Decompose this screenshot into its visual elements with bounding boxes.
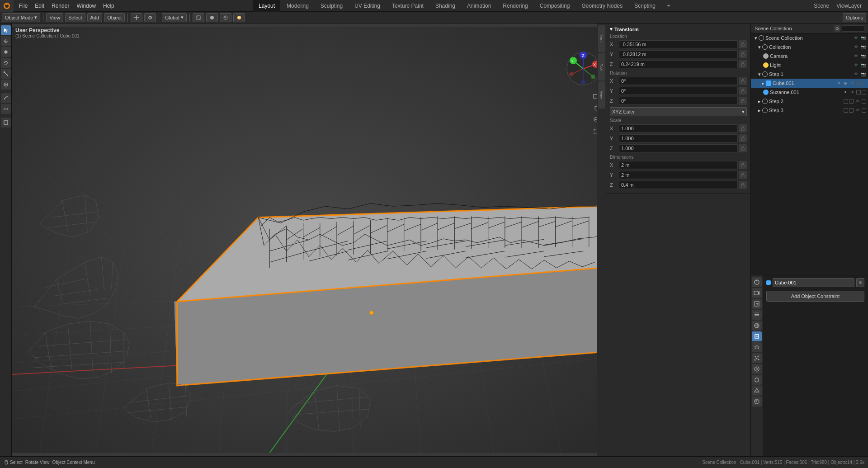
outliner-scene-collection[interactable]: ▾ Scene Collection 👁 📷 — [751, 33, 868, 43]
dim-y-lock[interactable] — [739, 171, 747, 179]
render-toggle[interactable]: 📷 — [860, 53, 866, 59]
material-props-btn[interactable] — [752, 397, 762, 407]
location-x-lock[interactable] — [739, 40, 747, 48]
render-toggle[interactable]: 📷 — [860, 35, 866, 41]
location-y-value[interactable]: -0.82812 m — [619, 50, 738, 58]
link-icon[interactable]: ⚬ — [843, 90, 848, 95]
dim-x-value[interactable]: 2 m — [619, 161, 738, 169]
dim-z-lock[interactable] — [739, 181, 747, 189]
tab-uv-editing[interactable]: UV Editing — [349, 0, 386, 12]
annotate-btn[interactable] — [1, 93, 11, 103]
outliner-light[interactable]: Light 👁 📷 — [751, 61, 868, 70]
visibility-toggle[interactable]: 👁 — [849, 80, 855, 86]
dim-z-value[interactable]: 0.4 m — [619, 181, 738, 189]
tab-shading[interactable]: Shading — [430, 0, 461, 12]
view-menu[interactable]: View — [46, 13, 63, 22]
scene-world-btn[interactable] — [752, 321, 762, 331]
visibility-toggle[interactable]: 👁 — [853, 44, 859, 50]
menu-help[interactable]: Help — [99, 0, 118, 12]
tab-scripting[interactable]: Scripting — [629, 0, 661, 12]
wireframe-btn[interactable] — [193, 13, 204, 22]
transform-btn[interactable] — [131, 13, 142, 22]
visibility-toggle[interactable]: 👁 — [854, 98, 861, 104]
visibility-toggle[interactable]: 👁 — [853, 62, 859, 68]
dim-y-value[interactable]: 2 m — [619, 171, 738, 179]
outliner-search-input[interactable] — [842, 25, 864, 32]
add-menu[interactable]: Add — [87, 13, 103, 22]
exclude-toggle[interactable] — [844, 99, 848, 104]
render-toggle[interactable]: 📷 — [860, 44, 866, 50]
scale-x-value[interactable]: 1.000 — [619, 124, 738, 132]
location-z-value[interactable]: 0.24219 m — [619, 60, 738, 68]
render-props-btn[interactable] — [752, 288, 762, 298]
rotation-x-lock[interactable] — [739, 77, 747, 85]
scale-y-lock[interactable] — [739, 134, 747, 142]
physics-props-btn[interactable] — [752, 364, 762, 374]
outliner-collection[interactable]: ▾ Collection 👁 📷 — [751, 43, 868, 52]
render-toggle[interactable] — [862, 99, 866, 104]
menu-file[interactable]: File — [15, 0, 31, 12]
viewport-display-toggle[interactable] — [856, 90, 861, 95]
data-icon[interactable]: ⊕ — [843, 81, 848, 85]
outliner-filter-btn[interactable]: ⊙ — [834, 25, 840, 32]
dim-x-lock[interactable] — [739, 161, 747, 169]
scale-x-lock[interactable] — [739, 124, 747, 132]
rotation-y-value[interactable]: 0° — [619, 87, 738, 95]
tool-tab[interactable]: Tool — [598, 53, 605, 80]
render-toggle[interactable] — [862, 108, 866, 113]
visibility-toggle[interactable]: 👁 — [853, 71, 859, 77]
global-selector[interactable]: Global ▾ — [162, 13, 187, 22]
visibility-toggle[interactable]: 👁 — [854, 107, 861, 113]
scene-selector[interactable]: Scene — [811, 2, 832, 10]
solid-btn[interactable] — [206, 13, 218, 22]
location-z-lock[interactable] — [739, 60, 747, 68]
viewlayer-selector[interactable]: ViewLayer — [834, 2, 864, 10]
viewport-display-toggle[interactable] — [856, 81, 861, 85]
rotation-z-value[interactable]: 0° — [619, 97, 738, 105]
location-x-value[interactable]: -0.35156 m — [619, 40, 738, 48]
measure-btn[interactable] — [1, 104, 11, 114]
viewport-toggle[interactable] — [849, 99, 854, 104]
object-name-input[interactable]: Cube.001 — [773, 278, 854, 287]
object-data-btn[interactable] — [752, 386, 762, 396]
select-menu[interactable]: Select — [65, 13, 85, 22]
tab-rendering[interactable]: Rendering — [497, 0, 533, 12]
box-btn[interactable] — [1, 118, 11, 128]
visibility-toggle[interactable]: 👁 — [849, 89, 855, 95]
item-tab[interactable]: Item — [598, 25, 605, 52]
transform-collapse-icon[interactable]: ▾ — [610, 26, 613, 32]
rotation-x-value[interactable]: 0° — [619, 77, 738, 85]
tab-animation[interactable]: Animation — [462, 0, 496, 12]
modifier-props-btn[interactable] — [752, 342, 762, 352]
tab-add[interactable]: + — [662, 0, 676, 12]
pivot-btn[interactable] — [144, 13, 156, 22]
rotation-mode-select[interactable]: XYZ Euler ▾ — [610, 107, 747, 116]
tab-geometry-nodes[interactable]: Geometry Nodes — [576, 0, 628, 12]
output-props-btn[interactable] — [752, 299, 762, 309]
render-toggle[interactable]: 📷 — [860, 71, 866, 77]
visibility-toggle[interactable]: 👁 — [853, 53, 859, 59]
view-tab[interactable]: View — [598, 81, 605, 109]
link-icon[interactable]: ⚬ — [836, 81, 842, 85]
exclude-toggle[interactable] — [844, 108, 848, 113]
options-btn[interactable]: Options — [843, 13, 866, 22]
viewport-toggle[interactable] — [849, 108, 854, 113]
outliner-suzanne001[interactable]: Suzanne.001 ⚬ 👁 — [751, 88, 868, 97]
scene-props-btn[interactable] — [752, 277, 762, 287]
scale-y-value[interactable]: 1.000 — [619, 134, 738, 142]
blender-logo[interactable] — [0, 0, 14, 12]
menu-edit[interactable]: Edit — [31, 0, 48, 12]
tab-sculpting[interactable]: Sculpting — [315, 0, 348, 12]
mode-selector[interactable]: Object Mode ▾ — [2, 13, 40, 22]
menu-render[interactable]: Render — [48, 0, 73, 12]
tab-compositing[interactable]: Compositing — [534, 0, 576, 12]
particles-props-btn[interactable] — [752, 353, 762, 363]
material-btn[interactable] — [220, 13, 231, 22]
outliner-camera[interactable]: Camera 👁 📷 — [751, 52, 868, 61]
render-toggle[interactable]: 📷 — [860, 62, 866, 68]
tab-modeling[interactable]: Modeling — [281, 0, 314, 12]
scene-canvas[interactable]: User Perspective (1) Scene Collection | … — [12, 24, 606, 456]
outliner-step1[interactable]: ▾ Step 1 👁 📷 — [751, 70, 868, 79]
add-object-constraint-btn[interactable]: Add Object Constraint — [766, 291, 864, 302]
select-tool-btn[interactable] — [1, 25, 11, 35]
